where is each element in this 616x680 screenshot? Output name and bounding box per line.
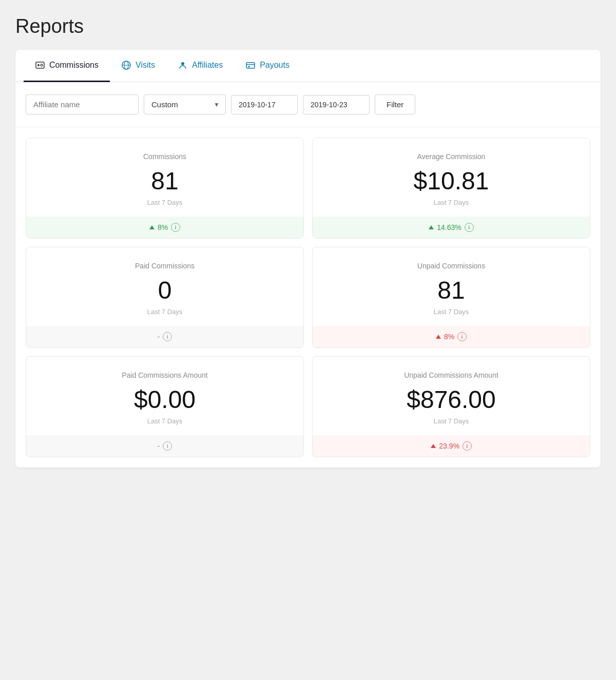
- tab-affiliates-label: Affiliates: [192, 61, 223, 70]
- stat-label-paid-commissions: Paid Commissions: [36, 262, 293, 270]
- svg-point-1: [37, 64, 40, 66]
- stat-label-unpaid-commissions: Unpaid Commissions: [323, 262, 580, 270]
- stat-value-commissions: 81: [36, 169, 293, 193]
- tab-visits-label: Visits: [136, 61, 155, 70]
- info-icon-unpaid-commissions[interactable]: i: [457, 332, 467, 341]
- date-to-input[interactable]: [303, 95, 370, 114]
- stat-body-unpaid-commissions-amount: Unpaid Commissions Amount $876.00 Last 7…: [313, 357, 590, 435]
- up-arrow-icon: [429, 225, 434, 229]
- info-icon-average-commission[interactable]: i: [465, 223, 474, 232]
- commissions-icon: [35, 60, 45, 70]
- up-arrow-icon: [436, 335, 441, 339]
- stat-body-unpaid-commissions: Unpaid Commissions 81 Last 7 Days: [313, 247, 590, 326]
- stat-label-unpaid-commissions-amount: Unpaid Commissions Amount: [323, 371, 580, 379]
- svg-point-6: [181, 62, 184, 65]
- stat-body-commissions: Commissions 81 Last 7 Days: [26, 138, 303, 217]
- filter-button[interactable]: Filter: [375, 94, 415, 114]
- tabs-container: Commissions Visits Affiliates: [15, 50, 601, 82]
- stat-footer-paid-commissions-amount: - i: [26, 435, 303, 457]
- filters-row: Custom Last 7 Days Last 30 Days This Mon…: [15, 82, 601, 127]
- stat-card-paid-commissions-amount: Paid Commissions Amount $0.00 Last 7 Day…: [26, 356, 304, 457]
- info-icon-unpaid-commissions-amount[interactable]: i: [463, 441, 472, 451]
- stat-period-paid-commissions: Last 7 Days: [36, 308, 293, 316]
- stat-value-unpaid-commissions-amount: $876.00: [323, 387, 580, 412]
- up-arrow-icon: [149, 225, 155, 229]
- date-from-input[interactable]: [231, 95, 298, 114]
- svg-point-2: [41, 64, 43, 66]
- tab-affiliates[interactable]: Affiliates: [166, 50, 234, 82]
- tab-commissions-label: Commissions: [49, 61, 99, 70]
- stat-card-unpaid-commissions: Unpaid Commissions 81 Last 7 Days 8% i: [312, 247, 590, 348]
- up-arrow-icon: [431, 444, 436, 448]
- stat-value-average-commission: $10.81: [323, 169, 580, 193]
- stat-footer-average-commission: 14.63% i: [313, 217, 590, 238]
- stats-grid: Commissions 81 Last 7 Days 8% i Average …: [15, 127, 601, 468]
- stat-card-unpaid-commissions-amount: Unpaid Commissions Amount $876.00 Last 7…: [312, 356, 590, 457]
- tab-payouts-label: Payouts: [260, 61, 290, 70]
- stat-card-commissions: Commissions 81 Last 7 Days 8% i: [26, 138, 304, 239]
- stat-footer-text-average-commission: 14.63%: [437, 223, 461, 231]
- stat-value-paid-commissions-amount: $0.00: [36, 387, 293, 412]
- stat-period-unpaid-commissions-amount: Last 7 Days: [323, 417, 580, 425]
- stat-footer-paid-commissions: - i: [26, 326, 303, 347]
- stat-value-paid-commissions: 0: [36, 278, 293, 303]
- stat-footer-unpaid-commissions: 8% i: [313, 326, 590, 347]
- stat-footer-text-paid-commissions-amount: -: [158, 442, 160, 450]
- stat-value-unpaid-commissions: 81: [323, 278, 580, 303]
- stat-footer-text-commissions: 8%: [158, 223, 168, 231]
- stat-footer-text-unpaid-commissions-amount: 23.9%: [439, 442, 459, 450]
- svg-rect-7: [246, 63, 255, 68]
- affiliates-icon: [178, 60, 188, 70]
- page-title: Reports: [15, 15, 601, 37]
- stat-period-average-commission: Last 7 Days: [323, 199, 580, 206]
- stat-footer-text-unpaid-commissions: 8%: [444, 333, 454, 341]
- period-select-wrapper: Custom Last 7 Days Last 30 Days This Mon…: [144, 94, 226, 114]
- stat-card-average-commission: Average Commission $10.81 Last 7 Days 14…: [312, 138, 590, 239]
- tab-visits[interactable]: Visits: [110, 50, 166, 82]
- info-icon-commissions[interactable]: i: [171, 223, 180, 232]
- stat-label-paid-commissions-amount: Paid Commissions Amount: [36, 371, 293, 379]
- info-icon-paid-commissions[interactable]: i: [163, 332, 172, 341]
- stat-label-average-commission: Average Commission: [323, 152, 580, 161]
- tab-payouts[interactable]: Payouts: [234, 50, 301, 82]
- stat-label-commissions: Commissions: [36, 152, 293, 161]
- main-card: Commissions Visits Affiliates: [15, 50, 601, 468]
- stat-body-paid-commissions-amount: Paid Commissions Amount $0.00 Last 7 Day…: [26, 357, 303, 435]
- stat-footer-text-paid-commissions: -: [158, 333, 160, 341]
- period-select[interactable]: Custom Last 7 Days Last 30 Days This Mon…: [144, 94, 226, 114]
- payouts-icon: [245, 60, 256, 70]
- visits-icon: [121, 60, 131, 70]
- svg-rect-9: [248, 66, 250, 67]
- tab-commissions[interactable]: Commissions: [24, 50, 110, 82]
- stat-body-paid-commissions: Paid Commissions 0 Last 7 Days: [26, 247, 303, 326]
- stat-period-unpaid-commissions: Last 7 Days: [323, 308, 580, 316]
- stat-body-average-commission: Average Commission $10.81 Last 7 Days: [313, 138, 590, 217]
- stat-footer-commissions: 8% i: [26, 217, 303, 238]
- stat-card-paid-commissions: Paid Commissions 0 Last 7 Days - i: [26, 247, 304, 348]
- stat-period-commissions: Last 7 Days: [36, 199, 293, 206]
- info-icon-paid-commissions-amount[interactable]: i: [163, 441, 172, 451]
- stat-footer-unpaid-commissions-amount: 23.9% i: [313, 435, 590, 457]
- stat-period-paid-commissions-amount: Last 7 Days: [36, 417, 293, 425]
- affiliate-name-input[interactable]: [26, 94, 139, 114]
